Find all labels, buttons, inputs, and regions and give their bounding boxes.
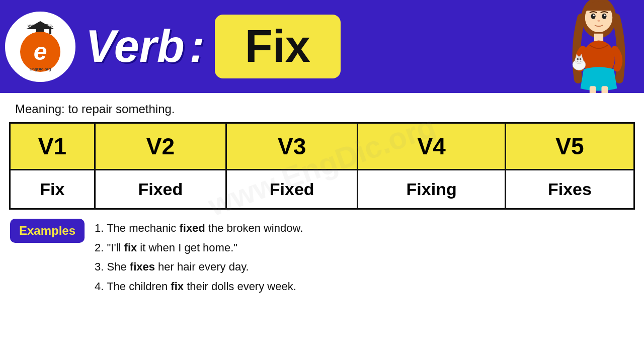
svg-rect-2 [49, 28, 51, 34]
col-v2: V2 [95, 123, 226, 170]
val-v3: Fixed [226, 170, 358, 209]
ex4-num: 4. [95, 280, 107, 293]
meaning-text: to repair something. [68, 102, 175, 116]
ex2-num: 2. [95, 241, 107, 254]
ex4-pre: The children [107, 280, 171, 293]
example-4: 4. The children fix their dolls every we… [95, 277, 303, 297]
verb-forms-table: V1 V2 V3 V4 V5 Fix Fixed Fixed Fixing Fi… [9, 122, 635, 210]
verb-colon: : [190, 21, 205, 72]
header-title: Verb : Fix [75, 15, 634, 78]
svg-point-22 [580, 58, 582, 60]
svg-point-15 [604, 15, 606, 17]
logo: www.EngDic. org EngDic.org [5, 12, 75, 82]
examples-list: 1. The mechanic fixed the broken window.… [95, 219, 303, 296]
ex4-post: their dolls every week. [184, 280, 296, 293]
svg-point-12 [591, 14, 596, 19]
ex3-post: her hair every day. [155, 260, 249, 273]
col-v3: V3 [226, 123, 358, 170]
word-text: Fix [245, 21, 310, 72]
svg-rect-8 [601, 86, 608, 93]
ex1-post: the broken window. [205, 222, 303, 234]
col-v4: V4 [358, 123, 506, 170]
val-v5: Fixes [505, 170, 634, 209]
svg-point-21 [577, 58, 579, 60]
svg-point-13 [602, 14, 606, 19]
page-wrapper: www.EngDic. org EngDic.org Verb : [0, 0, 644, 362]
val-v2: Fixed [95, 170, 226, 209]
val-v4: Fixing [358, 170, 506, 209]
ex3-bold: fixes [130, 260, 155, 273]
ex1-bold: fixed [179, 222, 205, 234]
col-v5: V5 [505, 123, 634, 170]
col-v1: V1 [10, 123, 95, 170]
examples-section: Examples 1. The mechanic fixed the broke… [0, 210, 644, 301]
verb-label: Verb [86, 21, 185, 72]
svg-point-16 [597, 20, 600, 22]
table-container: V1 V2 V3 V4 V5 Fix Fixed Fixed Fixing Fi… [9, 122, 635, 210]
meaning-label: Meaning: [15, 102, 65, 116]
example-3: 3. She fixes her hair every day. [95, 257, 303, 277]
ex2-pre: "I'll [107, 241, 124, 254]
logo-e-icon [20, 32, 60, 72]
ex3-pre: She [107, 260, 130, 273]
examples-badge: Examples [10, 219, 85, 243]
ex2-post: it when I get home." [137, 241, 237, 254]
table-data-row: Fix Fixed Fixed Fixing Fixes [10, 170, 634, 209]
ex1-pre: The mechanic [107, 222, 179, 234]
table-wrapper: V1 V2 V3 V4 V5 Fix Fixed Fixed Fixing Fi… [0, 122, 644, 210]
val-v1: Fix [10, 170, 95, 209]
logo-bottom-text: EngDic.org [30, 67, 51, 71]
ex3-num: 3. [95, 260, 107, 273]
table-header-row: V1 V2 V3 V4 V5 [10, 123, 634, 170]
svg-rect-7 [590, 86, 596, 93]
header-section: www.EngDic. org EngDic.org Verb : [0, 0, 644, 93]
ex2-bold: fix [124, 241, 137, 254]
ex1-num: 1. [95, 222, 107, 234]
example-2: 2. "I'll fix it when I get home." [95, 238, 303, 258]
meaning-section: Meaning: to repair something. [0, 93, 644, 122]
word-box: Fix [215, 15, 341, 78]
character-illustration [558, 0, 639, 93]
example-1: 1. The mechanic fixed the broken window. [95, 219, 303, 238]
ex4-bold: fix [171, 280, 184, 293]
svg-point-14 [593, 15, 595, 17]
svg-marker-0 [26, 21, 54, 29]
